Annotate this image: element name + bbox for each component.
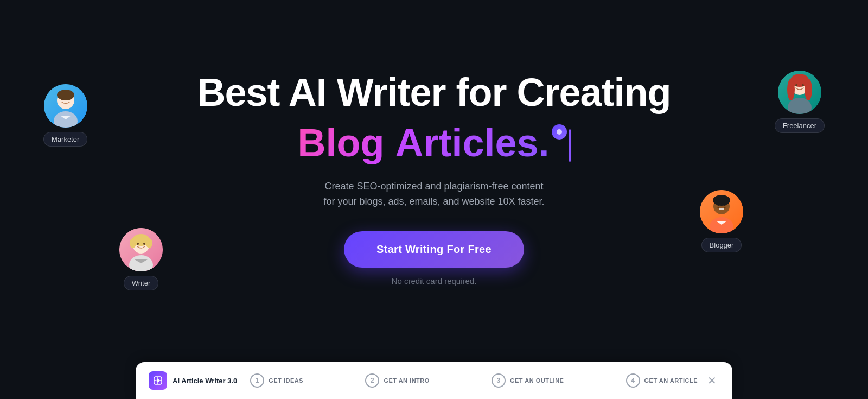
toolbar-logo-icon bbox=[149, 371, 167, 390]
svg-point-21 bbox=[802, 84, 804, 86]
text-cursor bbox=[569, 129, 571, 162]
avatar-marketer-face bbox=[44, 84, 87, 128]
toolbar-step-4[interactable]: 4 GET AN ARTICLE bbox=[626, 373, 698, 388]
svg-point-2 bbox=[57, 90, 74, 100]
avatar-writer: Writer bbox=[119, 228, 163, 290]
svg-point-27 bbox=[724, 204, 726, 206]
hero-section: Best AI Writer for Creating Blog Article… bbox=[0, 0, 868, 399]
writer-label: Writer bbox=[124, 276, 158, 290]
svg-point-26 bbox=[717, 204, 719, 206]
subheadline: Create SEO-optimized and plagiarism-free… bbox=[323, 179, 544, 210]
toolbar-logo: AI Article Writer 3.0 bbox=[149, 371, 237, 390]
close-button[interactable]: ✕ bbox=[704, 373, 719, 388]
blogger-avatar-svg bbox=[700, 190, 743, 233]
avatar-blogger: Blogger bbox=[700, 190, 743, 252]
step-label-1: GET IDEAS bbox=[269, 377, 303, 384]
avatar-freelancer: Freelancer bbox=[775, 71, 825, 133]
no-credit-text: No credit card required. bbox=[392, 276, 477, 286]
avatar-marketer: Marketer bbox=[43, 84, 87, 147]
step-divider-1 bbox=[308, 381, 361, 381]
step-label-4: GET AN ARTICLE bbox=[644, 377, 698, 384]
svg-point-18 bbox=[805, 79, 812, 100]
svg-point-24 bbox=[713, 195, 730, 206]
avatar-writer-face bbox=[119, 228, 163, 271]
svg-point-4 bbox=[61, 98, 63, 100]
step-label-2: GET AN INTRO bbox=[384, 377, 429, 384]
svg-point-5 bbox=[68, 98, 70, 100]
headline-line1: Best AI Writer for Creating bbox=[197, 70, 671, 115]
step-divider-3 bbox=[568, 381, 621, 381]
marketer-label: Marketer bbox=[43, 132, 87, 147]
toolbar-logo-text: AI Article Writer 3.0 bbox=[173, 377, 237, 385]
freelancer-label: Freelancer bbox=[775, 118, 825, 133]
svg-point-10 bbox=[146, 238, 152, 248]
toolbar-step-2[interactable]: 2 GET AN INTRO bbox=[365, 373, 429, 388]
step-number-2: 2 bbox=[365, 373, 379, 388]
headline-purple: Articles. bbox=[395, 121, 549, 166]
ai-cursor-icon bbox=[552, 124, 567, 140]
freelancer-avatar-svg bbox=[778, 71, 821, 114]
bottom-toolbar: AI Article Writer 3.0 1 GET IDEAS 2 GET … bbox=[136, 362, 732, 399]
step-number-1: 1 bbox=[250, 373, 264, 388]
svg-rect-28 bbox=[719, 208, 724, 210]
toolbar-step-3[interactable]: 3 GET AN OUTLINE bbox=[492, 373, 564, 388]
cursor-container bbox=[550, 126, 571, 159]
toolbar-steps: 1 GET IDEAS 2 GET AN INTRO 3 GET AN OUTL… bbox=[250, 373, 698, 388]
avatar-freelancer-face bbox=[778, 71, 821, 114]
svg-point-17 bbox=[787, 79, 795, 100]
step-number-4: 4 bbox=[626, 373, 640, 388]
toolbar-step-1[interactable]: 1 GET IDEAS bbox=[250, 373, 303, 388]
blogger-label: Blogger bbox=[701, 238, 742, 252]
logo-icon-svg bbox=[152, 375, 163, 386]
step-divider-2 bbox=[434, 381, 487, 381]
step-number-3: 3 bbox=[492, 373, 506, 388]
svg-point-20 bbox=[795, 84, 797, 86]
avatar-blogger-face bbox=[700, 190, 743, 233]
headline-space bbox=[384, 121, 395, 166]
svg-point-13 bbox=[143, 243, 145, 245]
cta-button[interactable]: Start Writing For Free bbox=[344, 231, 524, 268]
headline-pink: Blog bbox=[297, 121, 384, 166]
writer-avatar-svg bbox=[119, 228, 163, 271]
svg-point-12 bbox=[137, 243, 139, 245]
marketer-avatar-svg bbox=[44, 84, 87, 128]
svg-point-9 bbox=[130, 238, 136, 248]
step-label-3: GET AN OUTLINE bbox=[510, 377, 564, 384]
svg-point-30 bbox=[157, 379, 159, 382]
headline-line2: Blog Articles. bbox=[297, 121, 570, 166]
